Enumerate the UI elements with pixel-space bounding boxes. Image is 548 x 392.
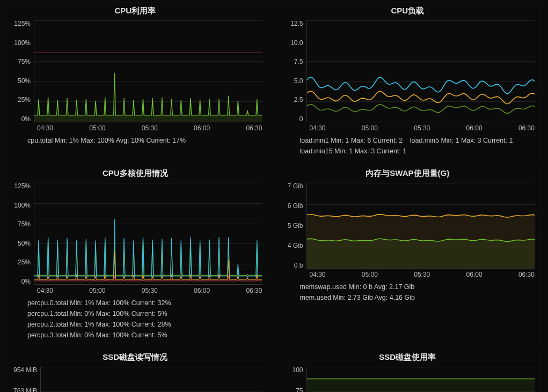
plot-area[interactable] <box>306 367 535 392</box>
chart-cpu-load[interactable]: 12.5 10.0 7.5 5.0 2.5 0 <box>281 20 535 122</box>
x-axis: 04:3005:00 05:3006:00 06:30 <box>8 285 262 294</box>
legend: cpu.total Min: 1% Max: 100% Avg: 10% Cur… <box>8 132 262 146</box>
legend: percpu.0.total Min: 1% Max: 100% Current… <box>8 294 262 341</box>
svg-rect-1 <box>307 379 535 393</box>
panel-cpu-util[interactable]: CPU利用率 125% 100% 75% 50% 25% 0% 04:3005:… <box>2 2 268 161</box>
y-axis: 954 MiB 763 MiB 572 MiB <box>8 367 40 392</box>
panel-title: SSD磁盘使用率 <box>281 352 535 363</box>
panel-title: 内存与SWAP使用量(G) <box>281 168 535 179</box>
plot-area[interactable] <box>40 367 262 392</box>
x-axis: 04:3005:00 05:3006:00 06:30 <box>8 122 262 132</box>
panel-mem-swap[interactable]: 内存与SWAP使用量(G) 7 Gib 6 Gib 5 Gib 4 Gib 0 … <box>275 165 541 345</box>
panel-cpu-cores[interactable]: CPU多核使用情况 125% 100% 75% 50% 25% 0% 04:30… <box>2 165 268 345</box>
plot-area[interactable] <box>306 183 535 269</box>
y-axis: 125% 100% 75% 50% 25% 0% <box>8 183 34 285</box>
panel-title: CPU负载 <box>281 6 535 16</box>
chart-mem-swap[interactable]: 7 Gib 6 Gib 5 Gib 4 Gib 0 b <box>281 183 535 269</box>
y-axis: 100 75 50 <box>281 367 306 392</box>
y-axis: 125% 100% 75% 50% 25% 0% <box>8 20 34 122</box>
legend: load.min1 Min: 1 Max: 6 Current: 2 load.… <box>281 132 535 157</box>
dashboard-grid: CPU利用率 125% 100% 75% 50% 25% 0% 04:3005:… <box>0 0 548 392</box>
y-axis: 12.5 10.0 7.5 5.0 2.5 0 <box>281 20 306 122</box>
panel-ssd-io[interactable]: SSD磁盘读写情况 954 MiB 763 MiB 572 MiB <box>2 349 268 392</box>
chart-ssd-usage[interactable]: 100 75 50 <box>281 367 535 392</box>
x-axis: 04:3005:00 05:3006:00 06:30 <box>281 269 535 278</box>
plot-area[interactable] <box>306 20 535 122</box>
x-axis: 04:3005:00 05:3006:00 06:30 <box>281 122 535 132</box>
plot-area[interactable] <box>34 20 262 122</box>
panel-ssd-usage[interactable]: SSD磁盘使用率 100 75 50 <box>275 349 541 392</box>
plot-area[interactable] <box>34 183 262 285</box>
panel-title: CPU多核使用情况 <box>8 168 262 179</box>
panel-title: CPU利用率 <box>8 6 262 16</box>
panel-title: SSD磁盘读写情况 <box>8 352 262 363</box>
chart-cpu-util[interactable]: 125% 100% 75% 50% 25% 0% <box>8 20 262 122</box>
y-axis: 7 Gib 6 Gib 5 Gib 4 Gib 0 b <box>281 183 306 269</box>
legend: memswap.used Min: 0 b Avg: 2.17 Gib mem.… <box>281 278 535 303</box>
chart-ssd-io[interactable]: 954 MiB 763 MiB 572 MiB <box>8 367 262 392</box>
chart-cpu-cores[interactable]: 125% 100% 75% 50% 25% 0% <box>8 183 262 285</box>
panel-cpu-load[interactable]: CPU负载 12.5 10.0 7.5 5.0 2.5 0 04:3005:00… <box>275 2 541 161</box>
